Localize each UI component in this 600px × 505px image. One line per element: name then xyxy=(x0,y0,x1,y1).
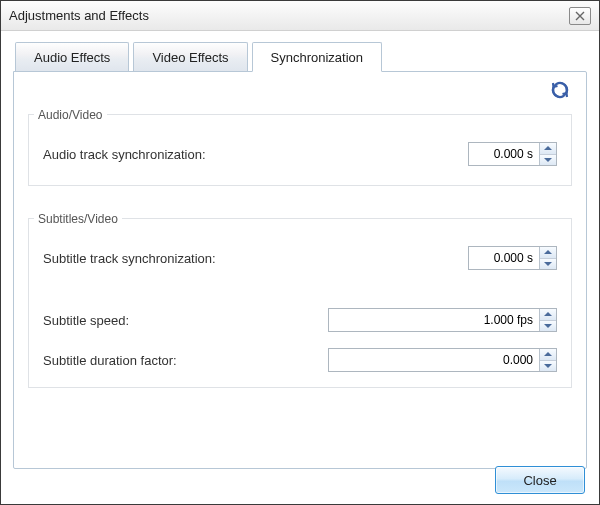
audio-video-group-label: Audio/Video xyxy=(34,108,107,122)
chevron-down-icon xyxy=(544,324,552,328)
tab-video-effects[interactable]: Video Effects xyxy=(133,42,247,72)
subtitle-track-sync-input[interactable] xyxy=(469,247,539,269)
window-title: Adjustments and Effects xyxy=(9,8,569,23)
titlebar: Adjustments and Effects xyxy=(1,1,599,31)
subtitles-video-group-label: Subtitles/Video xyxy=(34,212,122,226)
spinner-arrows xyxy=(539,349,556,371)
spinner-down[interactable] xyxy=(540,155,556,166)
tab-audio-effects[interactable]: Audio Effects xyxy=(15,42,129,72)
chevron-down-icon xyxy=(544,158,552,162)
audio-track-sync-row: Audio track synchronization: xyxy=(43,141,557,167)
adjustments-effects-window: Adjustments and Effects Audio Effects Vi… xyxy=(0,0,600,505)
window-close-button[interactable] xyxy=(569,7,591,25)
client-area: Audio Effects Video Effects Synchronizat… xyxy=(1,31,599,504)
subtitle-speed-row: Subtitle speed: xyxy=(43,307,557,333)
subtitle-track-sync-label: Subtitle track synchronization: xyxy=(43,251,216,266)
chevron-down-icon xyxy=(544,262,552,266)
audio-track-sync-input[interactable] xyxy=(469,143,539,165)
spinner-down[interactable] xyxy=(540,321,556,332)
spinner-up[interactable] xyxy=(540,309,556,321)
spinner-up[interactable] xyxy=(540,349,556,361)
dialog-footer: Close xyxy=(495,466,585,494)
subtitle-duration-factor-input[interactable] xyxy=(329,349,539,371)
spinner-up[interactable] xyxy=(540,143,556,155)
audio-track-sync-label: Audio track synchronization: xyxy=(43,147,206,162)
tabbar: Audio Effects Video Effects Synchronizat… xyxy=(15,41,587,71)
subtitle-track-sync-row: Subtitle track synchronization: xyxy=(43,245,557,271)
subtitles-video-group-box: Subtitle track synchronization: Subtitle… xyxy=(28,218,572,388)
chevron-up-icon xyxy=(544,352,552,356)
refresh-icon xyxy=(550,80,570,100)
subtitle-duration-factor-label: Subtitle duration factor: xyxy=(43,353,177,368)
subtitle-track-sync-spinner[interactable] xyxy=(468,246,557,270)
chevron-up-icon xyxy=(544,250,552,254)
chevron-up-icon xyxy=(544,146,552,150)
spinner-arrows xyxy=(539,247,556,269)
chevron-down-icon xyxy=(544,364,552,368)
spinner-up[interactable] xyxy=(540,247,556,259)
spinner-arrows xyxy=(539,143,556,165)
audio-video-group: Audio/Video Audio track synchronization: xyxy=(28,96,572,186)
tab-synchronization[interactable]: Synchronization xyxy=(252,42,383,72)
audio-track-sync-spinner[interactable] xyxy=(468,142,557,166)
subtitle-duration-factor-spinner[interactable] xyxy=(328,348,557,372)
spinner-arrows xyxy=(539,309,556,331)
subtitles-video-group: Subtitles/Video Subtitle track synchroni… xyxy=(28,200,572,388)
subtitle-speed-label: Subtitle speed: xyxy=(43,313,129,328)
spinner-down[interactable] xyxy=(540,259,556,270)
spinner-down[interactable] xyxy=(540,361,556,372)
close-button[interactable]: Close xyxy=(495,466,585,494)
chevron-up-icon xyxy=(544,312,552,316)
audio-video-group-box: Audio track synchronization: xyxy=(28,114,572,186)
synchronization-panel: Audio/Video Audio track synchronization: xyxy=(13,71,587,469)
refresh-button[interactable] xyxy=(550,80,572,102)
subtitle-speed-input[interactable] xyxy=(329,309,539,331)
subtitle-speed-spinner[interactable] xyxy=(328,308,557,332)
subtitle-duration-factor-row: Subtitle duration factor: xyxy=(43,347,557,373)
window-close-icon xyxy=(575,11,585,21)
